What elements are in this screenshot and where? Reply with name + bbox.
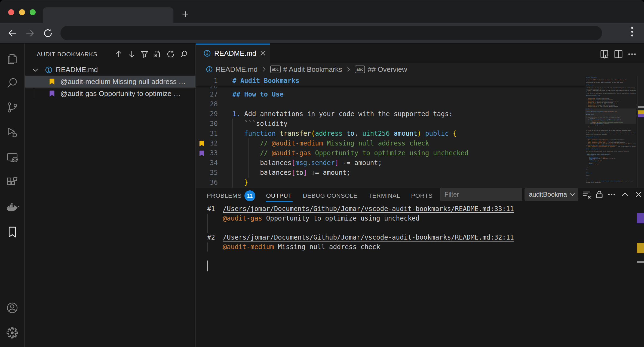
url-bar[interactable] xyxy=(60,26,602,40)
tree-item-bookmark-gas[interactable]: @audit-gas Opportunity to optimize … xyxy=(25,88,195,100)
bookmark-yellow-icon xyxy=(48,77,56,86)
tab-terminal[interactable]: TERMINAL xyxy=(369,192,400,199)
tab-readme[interactable]: README.md xyxy=(196,44,270,63)
scan-file-icon[interactable] xyxy=(153,50,161,58)
info-icon xyxy=(206,66,213,73)
breadcrumb-item-file[interactable]: README.md xyxy=(206,65,258,74)
partially-scrolled-line: 26 xyxy=(196,86,585,89)
browser-tab[interactable] xyxy=(43,7,173,23)
close-icon[interactable] xyxy=(259,49,267,57)
tree-item-label: @audit-medium Missing null address … xyxy=(60,76,188,88)
move-up-icon[interactable] xyxy=(114,50,123,58)
tree-item-readme[interactable]: README.md xyxy=(25,64,195,76)
bottom-panel: PROBLEMS 11 OUTPUT DEBUG CONSOLE TERMINA… xyxy=(196,188,644,347)
tab-label: README.md xyxy=(214,45,256,63)
ruler-yellow-mark xyxy=(638,110,644,114)
overview-ruler xyxy=(637,76,644,188)
symbol-string-icon: abc xyxy=(270,66,281,73)
docker-whale-icon[interactable] xyxy=(5,200,19,214)
tab-problems[interactable]: PROBLEMS 11 xyxy=(207,190,255,201)
sticky-scroll-line[interactable]: 1# Audit Bookmarks xyxy=(196,76,585,86)
ruler-purple-mark xyxy=(637,213,644,223)
tree-item-label: @audit-gas Opportunity to optimize … xyxy=(60,88,188,100)
editor-group: README.md README.md xyxy=(196,44,644,347)
panel-overview-ruler xyxy=(637,188,644,347)
more-actions-icon[interactable] xyxy=(627,49,637,60)
back-icon[interactable] xyxy=(7,28,18,39)
chevron-down-icon xyxy=(569,191,576,198)
files-icon[interactable] xyxy=(5,52,19,65)
breadcrumb-item-h2[interactable]: abc ## Overview xyxy=(355,65,407,74)
refresh-icon[interactable] xyxy=(166,50,175,58)
problems-badge: 11 xyxy=(244,190,255,201)
debug-icon[interactable] xyxy=(5,126,19,139)
new-tab-button[interactable] xyxy=(180,9,190,19)
tree-item-label: README.md xyxy=(56,64,186,76)
activity-bar xyxy=(0,44,25,347)
maximize-panel-icon[interactable] xyxy=(620,190,630,199)
ruler-purple-mark xyxy=(638,114,644,117)
gutter-bookmark-purple-icon[interactable] xyxy=(198,149,205,158)
more-actions-icon[interactable] xyxy=(607,190,617,199)
info-icon xyxy=(203,49,211,57)
remote-explorer-icon[interactable] xyxy=(5,151,19,165)
filter-icon[interactable] xyxy=(140,50,149,58)
info-icon xyxy=(45,66,53,74)
bookmark-purple-icon xyxy=(48,89,56,98)
chevron-right-icon xyxy=(345,66,352,73)
chevron-right-icon xyxy=(260,66,268,73)
tab-debug-console[interactable]: DEBUG CONSOLE xyxy=(303,192,358,199)
output-filter-input[interactable] xyxy=(440,188,522,201)
minimap[interactable]: # Audit Bookmarks <img width="250" alt="… xyxy=(585,76,636,188)
sidebar-title: AUDIT BOOKMARKS xyxy=(37,51,97,58)
tab-output[interactable]: OUTPUT xyxy=(266,192,292,199)
forward-icon[interactable] xyxy=(24,28,35,39)
open-preview-icon[interactable] xyxy=(599,49,610,60)
move-down-icon[interactable] xyxy=(127,50,136,58)
split-editor-icon[interactable] xyxy=(613,49,624,60)
text-cursor xyxy=(207,261,208,271)
chevron-down-icon[interactable] xyxy=(31,66,39,74)
gutter-bookmark-yellow-icon[interactable] xyxy=(198,139,205,148)
bookmark-icon[interactable] xyxy=(5,225,19,239)
source-control-icon[interactable] xyxy=(5,101,19,114)
ruler-yellow-mark xyxy=(637,243,644,253)
breadcrumb: README.md abc # Audit Bookmarks abc ## O… xyxy=(196,63,644,76)
ruler-cursor-mark xyxy=(637,261,644,263)
account-icon[interactable] xyxy=(5,301,19,315)
vscode-workbench: AUDIT BOOKMARKS xyxy=(0,44,644,347)
tab-ports[interactable]: PORTS xyxy=(411,192,433,199)
browser-toolbar xyxy=(0,23,644,43)
gear-icon[interactable] xyxy=(5,326,19,340)
browser-chrome xyxy=(0,0,644,43)
tree-item-bookmark-medium[interactable]: @audit-medium Missing null address … xyxy=(25,76,195,88)
code-lines: 27## How to Use28291. Add annotations in… xyxy=(196,89,585,187)
kebab-menu-icon[interactable] xyxy=(630,27,634,39)
output-log[interactable]: #1 /Users/jomar/Documents/Github/Jomar/v… xyxy=(207,204,632,261)
search-icon[interactable] xyxy=(5,76,19,89)
sidebar-audit-bookmarks: AUDIT BOOKMARKS xyxy=(25,44,195,347)
traffic-minimize-button[interactable] xyxy=(19,9,25,15)
clear-output-icon[interactable] xyxy=(582,190,591,199)
panel-tabs: PROBLEMS 11 OUTPUT DEBUG CONSOLE TERMINA… xyxy=(207,188,433,203)
search-view-icon[interactable] xyxy=(180,50,188,58)
extensions-icon[interactable] xyxy=(5,175,19,189)
minimap-slider[interactable] xyxy=(585,109,636,124)
reload-icon[interactable] xyxy=(42,28,53,39)
symbol-string-icon: abc xyxy=(355,66,365,73)
screen: AUDIT BOOKMARKS xyxy=(0,0,644,347)
editor-code-area[interactable]: 1# Audit Bookmarks 26 27## How to Use282… xyxy=(196,76,644,188)
output-channel-select[interactable]: auditBookma xyxy=(525,188,578,201)
lock-icon[interactable] xyxy=(594,190,604,199)
traffic-zoom-button[interactable] xyxy=(30,9,36,15)
ruler-cursor-mark xyxy=(638,106,644,108)
editor-tabs-row: README.md xyxy=(196,44,644,63)
breadcrumb-item-h1[interactable]: abc # Audit Bookmarks xyxy=(270,65,342,74)
traffic-close-button[interactable] xyxy=(8,9,14,15)
